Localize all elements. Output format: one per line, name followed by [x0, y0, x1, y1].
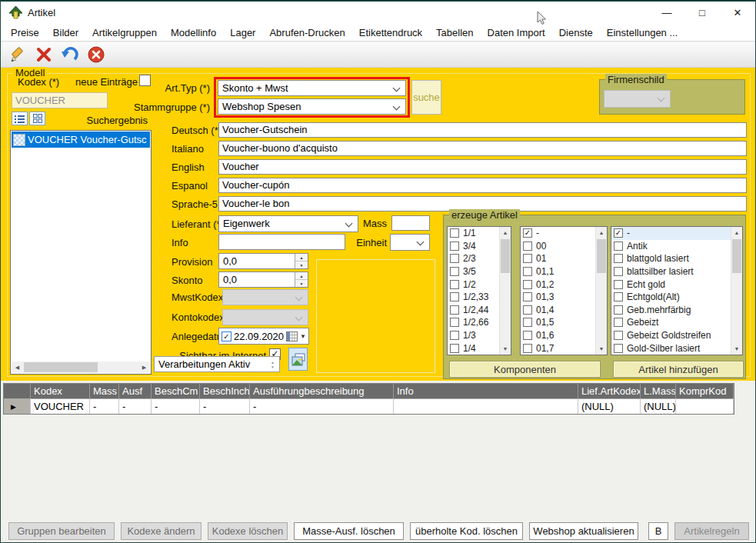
- checkbox-list-item[interactable]: Gebeizt Goldstreifen: [611, 329, 731, 342]
- komponenten-button[interactable]: Komponenten: [449, 361, 601, 378]
- menu-item[interactable]: Lager: [223, 27, 262, 38]
- checkbox-list-item[interactable]: 01,3: [521, 291, 595, 304]
- scrollbar-thumb[interactable]: [501, 239, 510, 273]
- suche-button[interactable]: suche: [411, 80, 441, 115]
- checkbox-list-item[interactable]: 1/3: [448, 329, 499, 342]
- checkbox-list-item[interactable]: 01: [521, 252, 595, 265]
- verarbeitungen-combo[interactable]: Verarbeitungen Aktiv ▲▼: [154, 356, 280, 372]
- spin-down-icon[interactable]: ▼: [295, 280, 308, 287]
- chevron-down-icon[interactable]: ▼: [300, 333, 306, 340]
- checkbox-list-item[interactable]: blattsilber lasiert: [611, 265, 731, 278]
- checkbox-icon[interactable]: [450, 254, 459, 263]
- grid-view-icon[interactable]: [29, 112, 45, 125]
- menu-item[interactable]: Bilder: [46, 27, 85, 38]
- notes-box[interactable]: [316, 259, 435, 373]
- cancel-circle-icon[interactable]: [85, 45, 107, 65]
- checkbox-list-item[interactable]: ✓-: [611, 227, 731, 240]
- checkbox-checked-icon[interactable]: ✓: [523, 228, 532, 238]
- checkbox-icon[interactable]: [614, 267, 623, 276]
- checkbox-checked-icon[interactable]: ✓: [614, 228, 623, 238]
- kodex-checkbox-list[interactable]: ✓-000101,101,201,301,401,501,601,7 ▲▼: [520, 226, 608, 355]
- checkbox-list-item[interactable]: 1/2,66: [448, 316, 499, 329]
- checkbox-icon[interactable]: [523, 331, 532, 340]
- search-result-listbox[interactable]: VOUCHER Voucher-Gutsc ◀ ▶: [10, 130, 152, 375]
- checkbox-list-item[interactable]: 00: [521, 240, 595, 253]
- scroll-down-arrow-icon[interactable]: ▼: [596, 343, 607, 355]
- language-input[interactable]: Voucher-Gutschein: [218, 122, 747, 138]
- bottom-button-kodexe-ndern[interactable]: Kodexe ändern: [121, 522, 201, 540]
- table-row[interactable]: ▶VOUCHER-----(NULL)(NULL): [4, 398, 734, 414]
- spin-up-icon[interactable]: ▲: [295, 272, 308, 280]
- checkbox-list-item[interactable]: Echtgold(Alt): [611, 291, 731, 304]
- checkbox-list-item[interactable]: blattgold lasiert: [611, 252, 731, 265]
- checkbox-icon[interactable]: [614, 254, 623, 263]
- language-input[interactable]: Voucher-buono d'acquisto: [218, 141, 747, 156]
- scrollbar-thumb[interactable]: [732, 239, 741, 273]
- checkbox-list-item[interactable]: Gold-Silber lasiert: [611, 341, 731, 355]
- menu-item[interactable]: Preise: [4, 27, 46, 38]
- checkbox-list-item[interactable]: Geb.mehrfärbig: [611, 304, 731, 317]
- horizontal-scrollbar[interactable]: ◀ ▶: [12, 361, 150, 373]
- checkbox-icon[interactable]: [523, 280, 532, 289]
- scroll-up-arrow-icon[interactable]: ▲: [500, 227, 511, 238]
- checkbox-icon[interactable]: [450, 242, 459, 251]
- menu-item[interactable]: Daten Import: [481, 27, 552, 38]
- einheit-dropdown[interactable]: [390, 234, 430, 251]
- menu-item[interactable]: Artikelgruppen: [85, 27, 164, 38]
- scroll-left-arrow-icon[interactable]: ◀: [12, 361, 23, 373]
- checkbox-icon[interactable]: [523, 318, 532, 327]
- stammgruppe-dropdown[interactable]: Webshop Spesen: [218, 98, 406, 115]
- checkbox-list-item[interactable]: 01,6: [521, 329, 595, 342]
- checkbox-icon[interactable]: [450, 280, 459, 289]
- checkbox-icon[interactable]: [614, 292, 623, 301]
- menu-item[interactable]: Einstellungen ...: [600, 27, 685, 38]
- menu-item[interactable]: Tabellen: [429, 27, 480, 38]
- bottom-button-kodexe-l-schen[interactable]: Kodexe löschen: [208, 522, 288, 540]
- calendar-icon[interactable]: [286, 331, 298, 341]
- checkbox-list-item[interactable]: Gebeizt: [611, 316, 731, 329]
- close-button[interactable]: ✕: [720, 2, 755, 24]
- row-marker-icon[interactable]: ▶: [4, 398, 31, 414]
- vertical-scrollbar[interactable]: ▲▼: [499, 227, 511, 355]
- info-input[interactable]: [218, 234, 345, 250]
- checkbox-list-item[interactable]: Echt gold: [611, 278, 731, 291]
- menu-item[interactable]: Etikettendruck: [352, 27, 429, 38]
- checkbox-list-item[interactable]: 3/4: [448, 240, 499, 253]
- checkbox-list-item[interactable]: 01,5: [521, 316, 595, 329]
- checkbox-list-item[interactable]: 1/4: [448, 341, 499, 355]
- bottom-button-artikelregeln[interactable]: Artikelregeln: [674, 522, 749, 540]
- checkbox-list-item[interactable]: 01,2: [521, 278, 595, 291]
- bottom-button-berholte-kod-l-schen[interactable]: überholte Kod. löschen: [410, 522, 523, 540]
- checkbox-list-item[interactable]: 1/2: [448, 278, 499, 291]
- bottom-button-gruppen-bearbeiten[interactable]: Gruppen bearbeiten: [8, 522, 115, 540]
- checkbox-icon[interactable]: [614, 344, 623, 353]
- checkbox-icon[interactable]: [450, 305, 459, 315]
- checkbox-list-item[interactable]: 1/1: [448, 227, 499, 240]
- bottom-button-b[interactable]: B: [648, 522, 668, 540]
- spin-up-icon[interactable]: ▲: [295, 254, 308, 262]
- bottom-button-webshop-aktualisieren[interactable]: Webshop aktualisieren: [529, 522, 638, 540]
- checkbox-icon[interactable]: [450, 228, 459, 238]
- menu-item[interactable]: Dienste: [552, 27, 600, 38]
- checkbox-list-item[interactable]: 2/3: [448, 252, 499, 265]
- scrollbar-thumb[interactable]: [24, 362, 98, 372]
- mass-input[interactable]: [391, 215, 430, 231]
- checkbox-list-item[interactable]: 01,4: [521, 304, 595, 317]
- pictures-button[interactable]: [288, 348, 308, 371]
- search-result-selected-item[interactable]: VOUCHER Voucher-Gutsc: [12, 132, 150, 148]
- bottom-button-masse-ausf-l-schen[interactable]: Masse-Ausf. löschen: [294, 522, 404, 540]
- checkbox-list-item[interactable]: ✓-: [521, 227, 595, 240]
- checkbox-icon[interactable]: [523, 267, 532, 276]
- provision-spinner[interactable]: 0,0 ▲▼: [218, 253, 308, 269]
- checkbox-icon[interactable]: [523, 254, 532, 263]
- checkbox-icon[interactable]: [450, 292, 459, 301]
- checkbox-icon[interactable]: [450, 267, 459, 276]
- language-input[interactable]: Voucher: [218, 159, 747, 175]
- checkbox-list-item[interactable]: 01,7: [521, 341, 595, 355]
- artikel-table[interactable]: KodexMassAusfBeschCmBeschInchAusführungb…: [3, 383, 734, 415]
- scroll-up-arrow-icon[interactable]: ▲: [731, 227, 742, 238]
- list-view-icon[interactable]: [12, 112, 28, 125]
- checkbox-icon[interactable]: [450, 331, 459, 340]
- menu-item[interactable]: Modellinfo: [164, 27, 223, 38]
- ausfuehrung-checkbox-list[interactable]: ✓-Antikblattgold lasiertblattsilber lasi…: [611, 226, 743, 355]
